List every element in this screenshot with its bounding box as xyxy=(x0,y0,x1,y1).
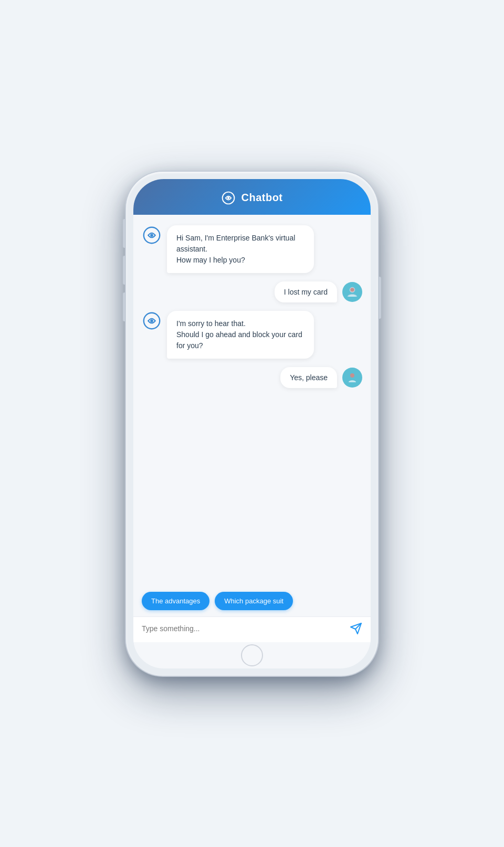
user-message-2: Yes, please xyxy=(142,367,362,388)
svg-point-3 xyxy=(150,234,153,237)
bot-message-2-text: I'm sorry to hear that.Should I go ahead… xyxy=(176,318,304,351)
send-icon xyxy=(350,622,362,635)
svg-point-10 xyxy=(351,373,354,377)
user-avatar-2 xyxy=(342,368,362,388)
phone-screen: Chatbot xyxy=(133,179,371,668)
home-button[interactable] xyxy=(241,644,263,666)
bot-message-1: Hi Sam, I'm Enterprise Bank's virtual as… xyxy=(142,225,362,273)
quick-replies: The advantages Which package suit xyxy=(133,590,371,616)
home-indicator xyxy=(133,642,371,668)
chat-header-title: Chatbot xyxy=(241,192,282,204)
quick-reply-package[interactable]: Which package suit xyxy=(215,592,293,610)
messages-area: Hi Sam, I'm Enterprise Bank's virtual as… xyxy=(133,215,371,590)
svg-point-1 xyxy=(227,196,229,198)
input-area xyxy=(133,616,371,642)
phone-outer-shell: Chatbot xyxy=(126,172,378,676)
svg-point-8 xyxy=(150,319,153,322)
bot-message-1-text: Hi Sam, I'm Enterprise Bank's virtual as… xyxy=(176,233,304,266)
user-bubble-2: Yes, please xyxy=(280,367,337,388)
phone-device: Chatbot xyxy=(126,172,378,676)
svg-point-6 xyxy=(351,288,354,291)
user-bubble-1: I lost my card xyxy=(275,281,337,302)
bot-bubble-2: I'm sorry to hear that.Should I go ahead… xyxy=(167,311,314,359)
bot-message-2: I'm sorry to hear that.Should I go ahead… xyxy=(142,311,362,359)
chatbot-icon xyxy=(221,191,236,205)
bot-avatar-1 xyxy=(142,225,162,245)
user-message-1-text: I lost my card xyxy=(284,288,328,296)
chat-container: Chatbot xyxy=(133,179,371,668)
chat-input[interactable] xyxy=(142,624,344,633)
user-message-2-text: Yes, please xyxy=(290,373,328,382)
bot-bubble-1: Hi Sam, I'm Enterprise Bank's virtual as… xyxy=(167,225,314,273)
quick-reply-advantages[interactable]: The advantages xyxy=(142,592,209,610)
user-avatar-1 xyxy=(342,282,362,302)
send-button[interactable] xyxy=(350,622,362,635)
bot-avatar-2 xyxy=(142,311,162,331)
chat-header: Chatbot xyxy=(133,179,371,215)
user-message-1: I lost my card xyxy=(142,281,362,302)
